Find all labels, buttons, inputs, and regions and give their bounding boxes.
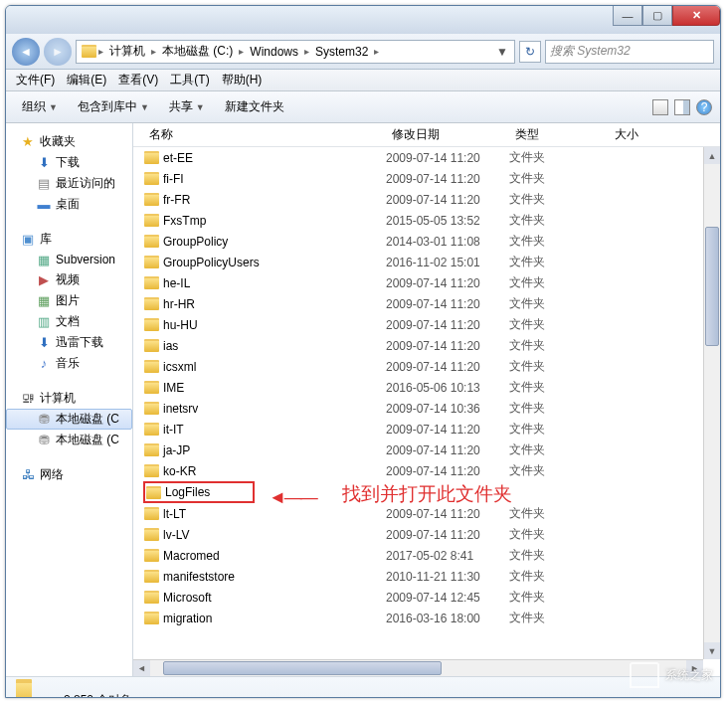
file-row[interactable]: fi-FI2009-07-14 11:20文件夹	[143, 168, 720, 189]
sidebar-drive-c[interactable]: ⛃本地磁盘 (C	[6, 409, 132, 430]
menu-tools[interactable]: 工具(T)	[164, 69, 215, 91]
file-date: 2009-07-14 11:20	[386, 276, 509, 290]
menu-view[interactable]: 查看(V)	[112, 69, 164, 91]
file-row[interactable]: GroupPolicyUsers2016-11-02 15:01文件夹	[143, 252, 720, 272]
file-row[interactable]: ias2009-07-14 11:20文件夹	[143, 335, 720, 356]
breadcrumb-system32[interactable]: System32	[311, 43, 372, 61]
file-row[interactable]: hr-HR2009-07-14 11:20文件夹	[143, 293, 720, 314]
col-size[interactable]: 大小	[609, 122, 720, 147]
file-type: 文件夹	[509, 610, 609, 626]
file-row[interactable]: Microsoft2009-07-14 12:45文件夹	[143, 587, 720, 608]
file-type: 文件夹	[509, 295, 609, 312]
folder-icon	[143, 213, 159, 229]
file-row[interactable]: GroupPolicy2014-03-01 11:08文件夹	[143, 231, 720, 252]
file-row[interactable]: he-IL2009-07-14 11:20文件夹	[143, 272, 720, 293]
help-button[interactable]: ?	[696, 99, 712, 115]
sidebar-xunlei[interactable]: ⬇迅雷下载	[6, 332, 132, 353]
menu-file[interactable]: 文件(F)	[10, 69, 61, 91]
menu-edit[interactable]: 编辑(E)	[61, 69, 112, 91]
sidebar-network[interactable]: 🖧网络	[6, 464, 132, 485]
scroll-up-button[interactable]: ▲	[704, 147, 720, 164]
file-row[interactable]: lt-LT2009-07-14 11:20文件夹	[143, 503, 720, 524]
share-button[interactable]: 共享▼	[161, 94, 213, 119]
file-row[interactable]: lv-LV2009-07-14 11:20文件夹	[143, 524, 720, 545]
file-type: 文件夹	[509, 400, 609, 417]
file-row[interactable]: FxsTmp2015-05-05 13:52文件夹	[143, 210, 720, 231]
nav-forward-button[interactable]: ►	[44, 38, 72, 66]
window-controls: — ▢ ✕	[613, 6, 720, 26]
file-row[interactable]: ja-JP2009-07-14 11:20文件夹	[143, 439, 720, 460]
sidebar-subversion[interactable]: ▦Subversion	[6, 250, 132, 269]
sidebar-favorites[interactable]: ★收藏夹	[6, 131, 132, 152]
col-name[interactable]: 名称	[143, 122, 386, 147]
file-list[interactable]: et-EE2009-07-14 11:20文件夹fi-FI2009-07-14 …	[133, 147, 720, 676]
file-row[interactable]: ko-KR2009-07-14 11:20文件夹	[143, 460, 720, 481]
file-row[interactable]: fr-FR2009-07-14 11:20文件夹	[143, 189, 720, 210]
close-button[interactable]: ✕	[672, 6, 720, 26]
organize-button[interactable]: 组织▼	[14, 94, 66, 119]
scroll-thumb-h[interactable]	[163, 661, 442, 675]
sidebar-music[interactable]: ♪音乐	[6, 353, 132, 374]
titlebar[interactable]: — ▢ ✕	[6, 6, 720, 34]
breadcrumb-windows[interactable]: Windows	[246, 43, 302, 61]
address-dropdown[interactable]: ▼	[494, 45, 510, 59]
library-icon: ▣	[20, 232, 36, 248]
file-name: fi-FI	[163, 172, 184, 186]
new-folder-button[interactable]: 新建文件夹	[217, 94, 292, 119]
document-icon: ▥	[36, 314, 52, 330]
sidebar-documents[interactable]: ▥文档	[6, 311, 132, 332]
breadcrumb-computer[interactable]: 计算机	[105, 41, 149, 62]
file-type: 文件夹	[509, 316, 609, 333]
nav-back-button[interactable]: ◄	[12, 38, 40, 66]
file-name: IME	[163, 381, 184, 395]
status-folder-icon	[16, 685, 52, 698]
scroll-down-button[interactable]: ▼	[704, 642, 720, 659]
folder-icon	[143, 380, 159, 396]
file-row[interactable]: inetsrv2009-07-14 10:36文件夹	[143, 398, 720, 419]
file-date: 2009-07-14 11:20	[386, 507, 509, 521]
file-row[interactable]: LogFiles	[143, 481, 255, 503]
scroll-thumb-v[interactable]	[705, 227, 719, 346]
search-input[interactable]: 搜索 System32	[545, 40, 714, 64]
file-row[interactable]: manifeststore2010-11-21 11:30文件夹	[143, 566, 720, 587]
sidebar-libraries[interactable]: ▣库	[6, 229, 132, 250]
scrollbar-horizontal[interactable]: ◄ ►	[133, 659, 703, 676]
maximize-button[interactable]: ▢	[642, 6, 672, 26]
refresh-button[interactable]: ↻	[519, 41, 541, 63]
sidebar-videos[interactable]: ▶视频	[6, 269, 132, 290]
scrollbar-vertical[interactable]: ▲ ▼	[703, 147, 720, 659]
sidebar-drive-c2[interactable]: ⛃本地磁盘 (C	[6, 430, 132, 450]
minimize-button[interactable]: —	[613, 6, 642, 26]
file-row[interactable]: migration2016-03-16 18:00文件夹	[143, 608, 720, 628]
sidebar-desktop[interactable]: ▬桌面	[6, 194, 132, 215]
breadcrumb-drive[interactable]: 本地磁盘 (C:)	[158, 41, 237, 62]
file-date: 2014-03-01 11:08	[386, 235, 509, 249]
file-row[interactable]: hu-HU2009-07-14 11:20文件夹	[143, 314, 720, 335]
col-type[interactable]: 类型	[509, 122, 609, 147]
file-type: 文件夹	[509, 358, 609, 375]
sidebar-downloads[interactable]: ⬇下载	[6, 152, 132, 173]
file-row[interactable]: et-EE2009-07-14 11:20文件夹	[143, 147, 720, 168]
file-name: ias	[163, 339, 178, 353]
computer-icon: 🖳	[20, 391, 36, 407]
address-bar[interactable]: ▸ 计算机 ▸ 本地磁盘 (C:) ▸ Windows ▸ System32 ▸…	[76, 40, 515, 64]
sidebar-pictures[interactable]: ▦图片	[6, 290, 132, 311]
view-options-button[interactable]	[652, 99, 668, 115]
include-in-library-button[interactable]: 包含到库中▼	[70, 94, 157, 119]
sidebar-computer[interactable]: 🖳计算机	[6, 388, 132, 409]
col-date[interactable]: 修改日期	[386, 122, 509, 147]
star-icon: ★	[20, 134, 36, 150]
network-icon: 🖧	[20, 467, 36, 483]
file-date: 2016-05-06 10:13	[386, 381, 509, 395]
file-name: migration	[163, 612, 212, 625]
scroll-left-button[interactable]: ◄	[133, 660, 150, 676]
file-row[interactable]: Macromed2017-05-02 8:41文件夹	[143, 545, 720, 566]
sidebar-recent[interactable]: ▤最近访问的	[6, 173, 132, 194]
file-row[interactable]: icsxml2009-07-14 11:20文件夹	[143, 356, 720, 377]
file-row[interactable]: IME2016-05-06 10:13文件夹	[143, 377, 720, 398]
preview-pane-button[interactable]	[674, 99, 690, 115]
file-row[interactable]: it-IT2009-07-14 11:20文件夹	[143, 419, 720, 439]
file-name: icsxml	[163, 360, 196, 374]
file-date: 2009-07-14 11:20	[386, 193, 509, 207]
menu-help[interactable]: 帮助(H)	[216, 69, 269, 91]
